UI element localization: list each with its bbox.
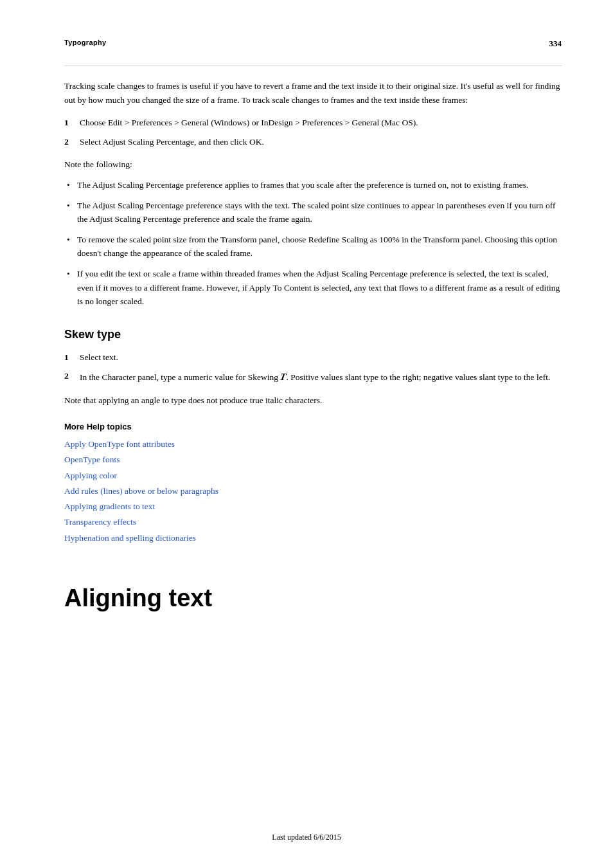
step-2-text: Select Adjust Scaling Percentage, and th… [80, 137, 264, 147]
intro-paragraph: Tracking scale changes to frames is usef… [64, 79, 562, 107]
link-applying-color[interactable]: Applying color [64, 468, 562, 484]
step-1-number: 1 [64, 116, 69, 130]
link-opentype-fonts[interactable]: OpenType fonts [64, 452, 562, 467]
page-container: 334 Typography Tracking scale changes to… [0, 0, 613, 868]
skew-step-2-number: 2 [64, 369, 69, 383]
bullet-3: To remove the scaled point size from the… [64, 233, 562, 260]
link-add-rules[interactable]: Add rules (lines) above or below paragra… [64, 484, 562, 499]
link-hyphenation[interactable]: Hyphenation and spelling dictionaries [64, 530, 562, 546]
page-number: 334 [549, 39, 562, 49]
steps-list: 1 Choose Edit > Preferences > General (W… [64, 116, 562, 149]
more-help-heading: More Help topics [64, 422, 562, 431]
skew-step-1-number: 1 [64, 350, 69, 365]
more-help-section: More Help topics Apply OpenType font att… [64, 422, 562, 546]
skew-icon: T [279, 369, 287, 384]
bullet-4: If you edit the text or scale a frame wi… [64, 267, 562, 309]
skew-steps-list: 1 Select text. 2 In the Character panel,… [64, 350, 562, 385]
step-2: 2 Select Adjust Scaling Percentage, and … [64, 135, 562, 149]
skew-note: Note that applying an angle to type does… [64, 393, 562, 408]
step-1: 1 Choose Edit > Preferences > General (W… [64, 116, 562, 130]
bullet-1: The Adjust Scaling Percentage preference… [64, 178, 562, 192]
section-divider [64, 66, 562, 66]
step-2-number: 2 [64, 135, 69, 149]
skew-step-2-text: In the Character panel, type a numeric v… [80, 372, 550, 382]
aligning-text-heading: Aligning text [64, 584, 562, 612]
link-transparency[interactable]: Transparency effects [64, 514, 562, 530]
skew-type-heading: Skew type [64, 328, 562, 341]
note-intro: Note the following: [64, 158, 562, 172]
skew-step-2: 2 In the Character panel, type a numeric… [64, 369, 562, 384]
bullets-list: The Adjust Scaling Percentage preference… [64, 178, 562, 309]
footer: Last updated 6/6/2015 [0, 833, 613, 842]
footer-text: Last updated 6/6/2015 [272, 833, 341, 842]
link-opentype-attributes[interactable]: Apply OpenType font attributes [64, 437, 562, 452]
bullet-2: The Adjust Scaling Percentage preference… [64, 199, 562, 226]
link-applying-gradients[interactable]: Applying gradients to text [64, 499, 562, 514]
step-1-text: Choose Edit > Preferences > General (Win… [80, 118, 418, 127]
skew-step-1: 1 Select text. [64, 350, 562, 365]
skew-step-1-text: Select text. [80, 352, 118, 362]
section-label: Typography [64, 39, 562, 46]
